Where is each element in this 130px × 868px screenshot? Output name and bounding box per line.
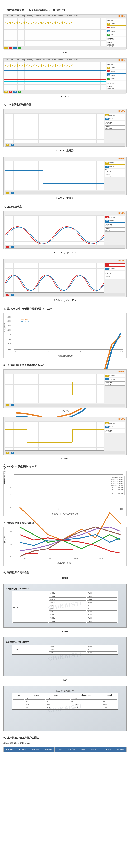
lu-title: LU [3, 678, 127, 681]
scope-2a: RIGOL C1 1.00V/div C3 500mV/div Timebase… [3, 109, 127, 147]
scope-menu: FileEditViewSetupDisplayCursorsMeasureMa… [5, 15, 78, 17]
scope-1a: FileEditViewSetupDisplayCursorsMeasureMa… [3, 14, 127, 50]
section-1-title: 1、施加漏型电流前后，探头相模拟漂点百分比幅保持10% [3, 9, 127, 12]
scope-plot-area [4, 18, 106, 46]
scope-5b: RIGOL C1 2.00V/div C3 500mV/div Timebase… [3, 417, 127, 455]
scope-1b: FileEditViewSetupDisplayCursorsMeasureMa… [3, 58, 127, 93]
caption-5b: dV≤±0.4V [3, 457, 127, 460]
scope-logo: RIGOL [119, 15, 125, 18]
scope-2b: RIGOL C1 1.00V/div C3 500mV/div Timebase… [3, 157, 127, 195]
hbm-summary-table: All pins±2000VPASS ±4000VPASS ±4500VPASS… [12, 591, 118, 623]
summary-intro: 探头传感器对批次产批具10%： [3, 742, 127, 745]
cdm-summary-table: All pins±500VPASS ±750VPASS ±1000VPASS [12, 645, 118, 655]
scope-side-panel: Measure C1 1.00V/ C2 500mV/ C3 500mV/ C4… [106, 18, 126, 46]
caption-2a: Ip=30A，上升沿 [3, 149, 127, 152]
section-6-title: 6、REF(V/V)漂移系数<5ppm/°C [3, 465, 127, 468]
caption-2b: Ip=30A，下降沿 [3, 197, 127, 200]
section-4-title: 4、温度10°C时，传感器存储影响温度 = 0.2% [3, 307, 127, 310]
lu-report: CHINAISTI Table 6-4 试验结果一览 Pin#Pin NameS… [3, 686, 127, 731]
scope-3a: RIGOL C2 1.00V/div C3 1.00V/div Timebase… [3, 211, 127, 249]
summary-table: 批次书号PCB板号整定参数误差带数IQ参数灵敏度范灵敏度一次精度二次影数温度影响 [3, 747, 127, 752]
temperature-chart: 温度影响率 — CHIPSENSOR — COMPETITOR 0.35% 0.… [3, 313, 127, 359]
scope-5a: RIGOL C1 2.00V/div C3 2.00V/div Timebase… [3, 369, 127, 408]
hbm-report: CHINAISTI 2.7 测试汇总（SUMMARY） All pins±200… [3, 584, 127, 627]
caption-3b: f=50KHz，Vpp=40A [3, 299, 127, 302]
caption-1a: Ip=0A [3, 51, 127, 54]
section-9-title: 9、量产批次、验证产批具性特性 [3, 736, 127, 739]
caption-3a: f=100Hz，Vpp=40A [3, 251, 127, 254]
drift-legend: --16#CHIPSENSOR--7#CHIPSENSOR--6#CHIPSEN… [110, 476, 125, 495]
scope-3b: RIGOL C2 1.00V/div C3 1.00V/div Timebase… [3, 259, 127, 297]
lu-summary-table: Pin#Pin NameStress TypeVoltage/CurrentRe… [12, 693, 118, 710]
cdm-title: CDM [3, 630, 127, 633]
section-3-title: 3、正弦电流响应 [3, 205, 127, 208]
rec-bar-chart: 绝对误差 0 15 30 0~5 5~10 10~20 20~30 规格范围（量… [3, 527, 127, 566]
ref-drift-chart: REF(V/V)温度漂移(ppm) 4 2 0 -2 -4 -6 -40 25 … [3, 471, 127, 516]
cdm-report: CHINAISTI 2.9 测试汇总（SUMMARY） All pins±500… [3, 637, 127, 676]
section-2-title: 2、30A阶跃电流响应瞬应 [3, 103, 127, 106]
caption-1b: Ip=30A [3, 95, 127, 98]
